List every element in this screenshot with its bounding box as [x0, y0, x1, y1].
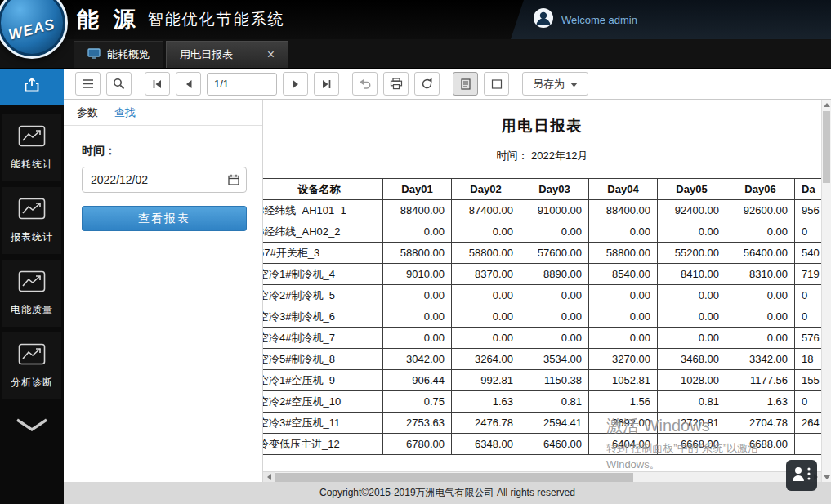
value-cell: 956: [795, 200, 822, 221]
sidebar-item-1[interactable]: 能耗统计: [2, 114, 61, 181]
sidebar-share-button[interactable]: [0, 69, 64, 105]
value-cell: 0.00: [452, 306, 520, 328]
next-page-button[interactable]: [283, 72, 308, 96]
refresh-button[interactable]: [414, 72, 440, 96]
device-name-cell: 空冷1#空压机_9: [263, 370, 383, 391]
value-cell: 0.00: [452, 221, 520, 243]
value-cell: 0.81: [520, 391, 589, 413]
vertical-scrollbar-thumb[interactable]: [823, 111, 830, 183]
search-button[interactable]: [106, 72, 132, 96]
value-cell: 6460.00: [520, 434, 589, 455]
value-cell: 0.00: [726, 328, 795, 349]
prev-page-button[interactable]: [176, 72, 201, 96]
value-cell: 91000.00: [520, 200, 589, 221]
close-icon[interactable]: ×: [267, 48, 275, 61]
value-cell: 3534.00: [520, 349, 589, 370]
sidebar-item-label: 报表统计: [11, 230, 53, 244]
sidebar-item-label: 电能质量: [11, 303, 53, 317]
value-cell: 0.81: [658, 391, 726, 413]
tab-params[interactable]: 参数: [77, 105, 98, 120]
value-cell: 0.00: [658, 306, 726, 328]
menu-button[interactable]: [75, 72, 101, 96]
device-name-cell: 空冷4#制冷机_7: [263, 328, 383, 349]
sidebar-item-2[interactable]: 报表统计: [2, 187, 61, 254]
value-cell: 0.00: [520, 306, 589, 328]
table-header-cell: Da: [795, 179, 822, 200]
table-row: 空冷3#制冷机_60.000.000.000.000.000.000: [263, 306, 821, 328]
value-cell: 540: [795, 243, 822, 264]
value-cell: 8370.00: [452, 264, 520, 285]
report-toolbar: 另存为: [64, 69, 831, 100]
value-cell: 2692.00: [589, 413, 658, 434]
copyright-text: Copyright©2015-2019万洲电气有限公司 All rights r…: [319, 486, 575, 500]
calendar-icon[interactable]: [228, 174, 239, 189]
back-button[interactable]: [352, 72, 378, 96]
value-cell: 1177.56: [726, 370, 795, 391]
value-cell: 0.00: [726, 285, 795, 306]
share-icon: [24, 77, 40, 96]
scroll-left-arrow[interactable]: [263, 472, 275, 482]
value-cell: 1.63: [452, 391, 520, 413]
value-cell: 18: [795, 349, 822, 370]
value-cell: 92400.00: [658, 200, 726, 221]
table-row: 6经纬线_AH02_20.000.000.000.000.000.000: [263, 221, 821, 243]
last-page-button[interactable]: [314, 72, 339, 96]
sidebar-item-3[interactable]: 电能质量: [2, 260, 61, 327]
value-cell: 3042.00: [383, 349, 452, 370]
app-title-main: 能 源: [77, 5, 140, 34]
tab-label: 能耗概览: [107, 47, 150, 62]
chevron-down-icon: [570, 78, 578, 90]
value-cell: 58800.00: [452, 243, 520, 264]
app-title-sub: 智能优化节能系统: [148, 9, 285, 30]
vertical-scrollbar[interactable]: [821, 100, 831, 482]
scroll-down-arrow[interactable]: [822, 472, 831, 482]
device-name-cell: 冷变低压主进_12: [263, 434, 383, 455]
value-cell: [795, 434, 822, 455]
print-layout-button[interactable]: [453, 72, 478, 96]
support-widget-button[interactable]: [786, 460, 817, 491]
contact-icon: [790, 465, 813, 486]
tab-search[interactable]: 查找: [114, 105, 136, 120]
value-cell: 0.00: [589, 306, 658, 328]
sidebar-items: 能耗统计 报表统计 电能质量: [0, 114, 64, 399]
chevron-down-icon[interactable]: [15, 417, 49, 435]
value-cell: 3264.00: [452, 349, 520, 370]
value-cell: 9010.00: [383, 264, 452, 285]
user-avatar-icon: [533, 7, 554, 32]
chart-icon: [18, 343, 46, 368]
view-report-button[interactable]: 查看报表: [82, 206, 247, 231]
value-cell: 1.56: [589, 391, 658, 413]
value-cell: 0: [795, 391, 822, 413]
sidebar-item-4[interactable]: 分析诊断: [2, 332, 61, 399]
value-cell: 719: [795, 264, 822, 285]
app-logo-text: WEAS: [7, 16, 56, 43]
page-layout-button[interactable]: [484, 72, 509, 96]
device-name-cell: 空冷2#空压机_10: [263, 391, 383, 413]
device-name-cell: 57#开关柜_3: [263, 243, 383, 264]
value-cell: 0.00: [383, 306, 452, 328]
date-input[interactable]: [82, 167, 247, 193]
value-cell: 0.00: [520, 285, 589, 306]
footer: Copyright©2015-2019万洲电气有限公司 All rights r…: [64, 482, 831, 504]
date-field: [82, 167, 247, 193]
tab-daily-power-report[interactable]: 用电日报表 ×: [166, 41, 288, 68]
table-header-cell: Day02: [452, 179, 520, 200]
horizontal-scrollbar[interactable]: [263, 471, 821, 482]
tab-energy-overview[interactable]: 能耗概览: [74, 41, 163, 68]
scroll-up-arrow[interactable]: [822, 100, 831, 109]
device-name-cell: 6经纬线_AH02_2: [263, 221, 383, 243]
value-cell: 2594.41: [520, 413, 589, 434]
param-panel-tabs: 参数 查找: [64, 100, 262, 126]
value-cell: 0.00: [726, 306, 795, 328]
horizontal-scrollbar-thumb[interactable]: [275, 473, 633, 482]
chart-icon: [18, 125, 46, 150]
welcome-area[interactable]: Welcome admin: [533, 0, 637, 39]
chart-icon: [18, 270, 46, 296]
print-button[interactable]: [383, 72, 409, 96]
report-title: 用电日报表: [263, 116, 821, 136]
save-as-button[interactable]: 另存为: [522, 72, 588, 96]
table-header-cell: Day04: [589, 179, 658, 200]
value-cell: 8410.00: [658, 264, 726, 285]
page-number-input[interactable]: [207, 73, 277, 96]
first-page-button[interactable]: [145, 72, 170, 96]
